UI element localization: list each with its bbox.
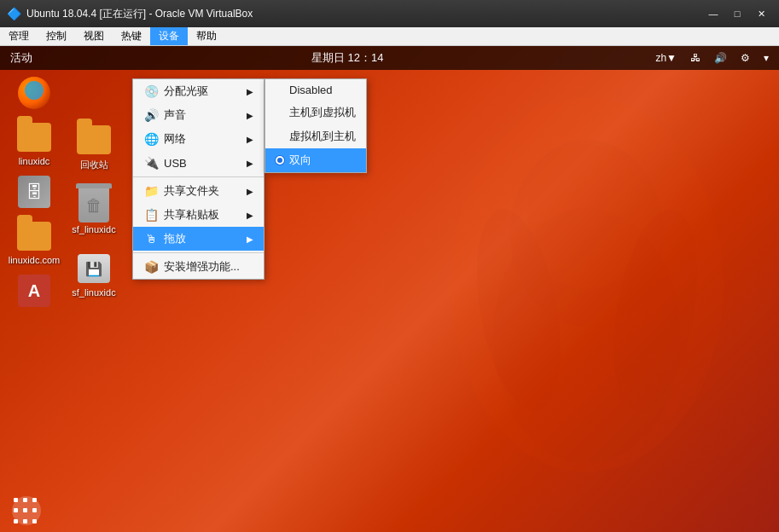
dot-icon xyxy=(23,519,27,523)
desktop-icon-folder2[interactable]: linuxidc.com xyxy=(7,219,61,265)
dot-icon xyxy=(23,508,27,512)
dot-icon xyxy=(32,508,37,512)
arrow-icon: ▶ xyxy=(247,111,253,120)
arrow-icon: ▶ xyxy=(247,234,253,244)
menu-clipboard[interactable]: 📋 共享粘贴板 ▶ xyxy=(133,203,264,227)
menu-item-help[interactable]: 帮助 xyxy=(188,27,225,45)
ubuntu-top-panel: 活动 星期日 12：14 zh▼ 🖧 🔊 ⚙ ▾ xyxy=(0,46,779,70)
radio-selected-icon xyxy=(276,156,284,165)
sharedfolder-icon: 📁 xyxy=(143,183,159,199)
dot-icon xyxy=(23,498,27,502)
arrow-icon: ▶ xyxy=(247,159,253,168)
window-title: Ubuntu 18.04.4 [正在运行] - Oracle VM Virtua… xyxy=(26,7,702,21)
clipboard-icon: 📋 xyxy=(143,207,159,223)
window-icon: 🔷 xyxy=(7,7,21,20)
dot-icon xyxy=(14,498,18,502)
dot-icon xyxy=(14,519,18,523)
device-dropdown-menu: 💿 分配光驱 ▶ 🔊 声音 ▶ 🌐 网络 ▶ 🔌 USB ▶ 📁 共享文件夹 ▶… xyxy=(132,78,265,280)
desktop-icons: linuxidc 🗄 linuxidc.com A xyxy=(7,76,61,309)
submenu-disabled[interactable]: Disabled xyxy=(265,79,366,101)
drive-icon: 💾 xyxy=(77,252,111,286)
desktop-icon-drive[interactable]: 💾 sf_linuxidc xyxy=(67,252,121,298)
dot-icon xyxy=(32,498,37,502)
show-apps-button[interactable] xyxy=(12,496,41,525)
audio-icon: 🔊 xyxy=(143,107,159,123)
trash-icon: 🗑 xyxy=(77,188,111,223)
menu-sharedfolder[interactable]: 📁 共享文件夹 ▶ xyxy=(133,179,264,203)
empty-radio-icon xyxy=(276,86,284,95)
window-titlebar: 🔷 Ubuntu 18.04.4 [正在运行] - Oracle VM Virt… xyxy=(0,0,779,27)
menu-bar: 管理 控制 视图 热键 设备 帮助 xyxy=(0,27,779,46)
arrow-icon: ▶ xyxy=(247,187,253,196)
install-icon: 📦 xyxy=(143,259,159,275)
menu-install[interactable]: 📦 安装增强功能... xyxy=(133,255,264,279)
activities-button[interactable]: 活动 xyxy=(0,50,43,66)
folder2-icon xyxy=(17,219,51,253)
menu-item-control[interactable]: 控制 xyxy=(38,27,75,45)
volume-indicator[interactable]: 🔊 xyxy=(711,50,730,66)
menu-item-devices[interactable]: 设备 xyxy=(150,27,188,45)
folder1-icon xyxy=(17,120,51,154)
submenu-bidirectional[interactable]: 双向 xyxy=(265,148,366,172)
optical-icon: 💿 xyxy=(143,84,159,99)
desktop-icon-folder3[interactable]: 回收站 xyxy=(67,123,121,171)
drive-label: sf_linuxidc xyxy=(72,287,115,298)
menu-optical[interactable]: 💿 分配光驱 ▶ xyxy=(133,79,264,103)
menu-divider1 xyxy=(133,176,264,177)
panel-clock: 星期日 12：14 xyxy=(43,50,652,66)
font-icon: A xyxy=(17,274,51,308)
menu-audio[interactable]: 🔊 声音 ▶ xyxy=(133,103,264,127)
network-indicator[interactable]: 🖧 xyxy=(687,50,704,66)
window-controls: — □ ✕ xyxy=(702,5,772,22)
empty-radio-icon xyxy=(276,132,284,141)
power-indicator[interactable]: ⚙ xyxy=(737,50,753,66)
dot-icon xyxy=(14,508,18,512)
dot-icon xyxy=(32,519,37,523)
menu-usb[interactable]: 🔌 USB ▶ xyxy=(133,151,264,175)
minimize-button[interactable]: — xyxy=(702,5,724,22)
usb-icon: 🔌 xyxy=(143,155,159,171)
menu-dragdrop[interactable]: 🖱 拖放 ▶ xyxy=(133,227,264,251)
menu-item-hotkey[interactable]: 热键 xyxy=(113,27,150,45)
ubuntu-desktop: 活动 星期日 12：14 zh▼ 🖧 🔊 ⚙ ▾ linuxidc xyxy=(0,46,779,532)
dragdrop-icon: 🖱 xyxy=(143,231,159,246)
desktop-icon-font[interactable]: A xyxy=(7,274,61,309)
lang-indicator[interactable]: zh▼ xyxy=(652,50,680,66)
dragdrop-submenu: Disabled 主机到虚拟机 虚拟机到主机 双向 xyxy=(265,78,367,173)
folder1-label: linuxidc xyxy=(19,156,50,166)
empty-radio-icon xyxy=(276,108,284,117)
folder3-icon xyxy=(77,123,111,157)
desktop-icon-trash[interactable]: 🗑 sf_linuxidc xyxy=(67,188,121,234)
submenu-guest-to-host[interactable]: 虚拟机到主机 xyxy=(265,124,366,148)
down-arrow-icon[interactable]: ▾ xyxy=(760,50,772,66)
folder2-label: linuxidc.com xyxy=(9,255,61,265)
menu-item-view[interactable]: 视图 xyxy=(75,27,113,45)
panel-indicators: zh▼ 🖧 🔊 ⚙ ▾ xyxy=(652,50,779,66)
desktop-icon-files[interactable]: 🗄 xyxy=(7,175,61,211)
menu-divider2 xyxy=(133,252,264,253)
desktop-icon-firefox[interactable] xyxy=(7,76,61,112)
menu-network[interactable]: 🌐 网络 ▶ xyxy=(133,127,264,151)
arrow-icon: ▶ xyxy=(247,87,253,96)
desktop-icon-folder1[interactable]: linuxidc xyxy=(7,120,61,166)
submenu-host-to-guest[interactable]: 主机到虚拟机 xyxy=(265,101,366,124)
arrow-icon: ▶ xyxy=(247,135,253,144)
close-button[interactable]: ✕ xyxy=(750,5,772,22)
arrow-icon: ▶ xyxy=(247,211,253,220)
firefox-icon xyxy=(17,76,51,110)
trash-label: sf_linuxidc xyxy=(72,224,115,234)
maximize-button[interactable]: □ xyxy=(726,5,748,22)
files-icon: 🗄 xyxy=(17,175,51,209)
folder3-label: 回收站 xyxy=(80,159,108,171)
network-icon: 🌐 xyxy=(143,131,159,147)
menu-item-manage[interactable]: 管理 xyxy=(0,27,38,45)
